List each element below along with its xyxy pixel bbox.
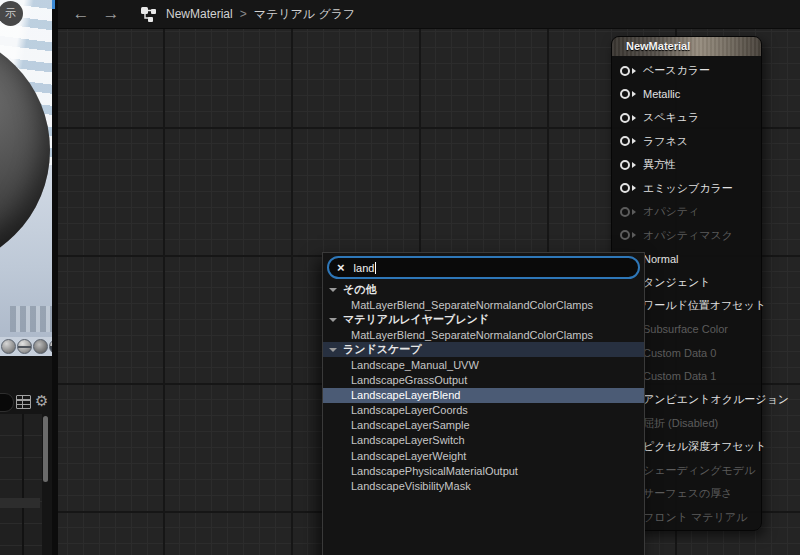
pin-label: フロント マテリアル: [643, 510, 747, 525]
back-arrow-icon[interactable]: ←: [66, 0, 96, 28]
breadcrumb-current: マテリアル グラフ: [254, 6, 356, 23]
pin-label: Subsurface Color: [643, 323, 728, 335]
search-row: × land: [323, 253, 644, 281]
material-output-pin[interactable]: スペキュラ: [612, 106, 761, 130]
result-item[interactable]: LandscapeVisibilityMask: [323, 478, 644, 493]
breadcrumb-root[interactable]: NewMaterial: [166, 7, 233, 21]
pin-circle-icon: [620, 183, 630, 193]
gear-icon[interactable]: ⚙: [35, 392, 48, 410]
pin-label: ベースカラー: [643, 63, 710, 78]
material-preview-viewport[interactable]: 示: [0, 0, 52, 356]
category-label: マテリアルレイヤーブレンド: [343, 312, 489, 327]
pin-label: タンジェント: [643, 275, 711, 290]
pin-label: ピクセル深度オフセット: [643, 439, 766, 454]
details-search-input[interactable]: [0, 393, 14, 412]
pin-label: Custom Data 1: [643, 370, 716, 382]
pin-circle-icon: [620, 66, 630, 76]
pin-arrow-icon: [632, 115, 636, 121]
search-text: land: [354, 262, 375, 274]
result-item[interactable]: MatLayerBlend_SeparateNormalandColorClam…: [323, 327, 644, 342]
cube-preview-button[interactable]: [33, 339, 48, 354]
pin-label: Custom Data 0: [643, 347, 716, 359]
material-output-pin[interactable]: オパシティ: [612, 200, 761, 224]
category-label: その他: [343, 282, 377, 297]
pin-arrow-icon: [632, 232, 636, 238]
pin-label: エミッシブカラー: [643, 181, 733, 196]
details-panel: ⚙: [0, 356, 52, 555]
pin-circle-icon: [620, 230, 630, 240]
material-output-pin[interactable]: 異方性: [612, 153, 761, 177]
panel-focus-accent: [52, 0, 55, 9]
result-category-header[interactable]: その他: [323, 282, 644, 297]
pin-arrow-icon: [632, 138, 636, 144]
pin-label: アンビエントオクルージョン: [643, 392, 789, 407]
forward-arrow-icon[interactable]: →: [96, 0, 126, 28]
pin-label: オパシティマスク: [643, 228, 733, 243]
pin-arrow-icon: [632, 68, 636, 74]
result-item[interactable]: LandscapeLayerBlend: [323, 388, 644, 403]
pin-label: シェーディングモデル: [643, 463, 755, 478]
node-search-popup: × land その他MatLayerBlend_SeparateNormalan…: [322, 252, 645, 555]
chevron-down-icon: [329, 288, 337, 292]
pin-label: サーフェスの厚さ: [643, 486, 733, 501]
result-item[interactable]: Landscape_Manual_UVW: [323, 357, 644, 372]
breadcrumb-separator-icon: >: [233, 7, 254, 21]
result-item[interactable]: LandscapeLayerSample: [323, 418, 644, 433]
material-output-pin[interactable]: ラフネス: [612, 130, 761, 154]
result-category-header[interactable]: マテリアルレイヤーブレンド: [323, 312, 644, 327]
pin-label: ワールド位置オフセット: [643, 298, 766, 313]
pin-label: スペキュラ: [643, 110, 699, 125]
pin-circle-icon: [620, 113, 630, 123]
search-result-list: その他MatLayerBlend_SeparateNormalandColorC…: [323, 282, 644, 493]
material-output-pin[interactable]: エミッシブカラー: [612, 177, 761, 201]
material-output-pin[interactable]: オパシティマスク: [612, 224, 761, 248]
pin-arrow-icon: [632, 209, 636, 215]
pin-label: Normal: [643, 253, 678, 265]
pin-arrow-icon: [632, 162, 636, 168]
pin-circle-icon: [620, 89, 630, 99]
details-scrollbar[interactable]: [43, 416, 48, 482]
table-row: [0, 498, 40, 508]
preview-shape-toolbar: [0, 337, 52, 356]
result-category-header[interactable]: ランドスケープ: [323, 342, 644, 357]
node-title-bar[interactable]: NewMaterial: [612, 37, 761, 56]
pin-label: オパシティ: [643, 204, 699, 219]
result-item[interactable]: MatLayerBlend_SeparateNormalandColorClam…: [323, 297, 644, 312]
details-property-table[interactable]: [0, 414, 42, 555]
clear-search-icon[interactable]: ×: [337, 261, 345, 274]
result-item[interactable]: LandscapeLayerCoords: [323, 403, 644, 418]
cylinder-preview-button[interactable]: [1, 339, 16, 354]
result-item[interactable]: LandscapeGrassOutput: [323, 373, 644, 388]
material-output-pin[interactable]: Metallic: [612, 83, 761, 107]
plane-preview-button[interactable]: [17, 339, 32, 354]
text-caret: [375, 262, 376, 274]
category-label: ランドスケープ: [343, 342, 422, 357]
pin-arrow-icon: [632, 185, 636, 191]
pin-circle-icon: [620, 207, 630, 217]
material-output-pin[interactable]: ベースカラー: [612, 59, 761, 83]
result-item[interactable]: LandscapeLayerWeight: [323, 448, 644, 463]
node-search-input[interactable]: × land: [327, 256, 640, 279]
column-view-icon[interactable]: [16, 395, 31, 409]
pin-arrow-icon: [632, 91, 636, 97]
pin-circle-icon: [620, 160, 630, 170]
pin-label: Metallic: [643, 88, 680, 100]
pin-circle-icon: [620, 136, 630, 146]
chevron-down-icon: [329, 348, 337, 352]
result-item[interactable]: LandscapePhysicalMaterialOutput: [323, 463, 644, 478]
pin-label: ラフネス: [643, 134, 688, 149]
environment-building-image: [10, 306, 52, 332]
chevron-down-icon: [329, 318, 337, 322]
graph-toolbar: ← → NewMaterial > マテリアル グラフ: [58, 0, 800, 29]
pin-label: 異方性: [643, 157, 676, 172]
result-item[interactable]: LandscapeLayerSwitch: [323, 433, 644, 448]
panel-splitter[interactable]: [52, 0, 58, 555]
graph-node-icon: [140, 6, 157, 22]
pin-label: 屈折 (Disabled): [643, 416, 718, 431]
